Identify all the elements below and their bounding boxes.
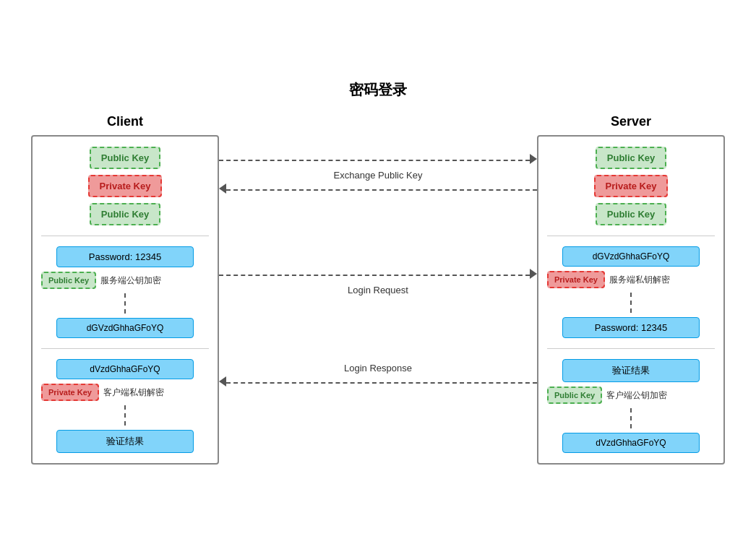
client-result-box: 验证结果 [56,430,194,453]
server-dashed-line-1 [630,293,632,313]
client-keys-group: Public Key Private Key Public Key [41,147,209,225]
client-public-key-2: Public Key [90,203,160,225]
client-encrypted-box: dGVzdGhhaGFoYQ [56,318,194,338]
server-password-box: Password: 12345 [562,317,700,338]
server-keys-group: Public Key Private Key Public Key [547,147,715,225]
server-label: Server [537,114,725,129]
login-request-label: Login Request [348,285,408,295]
login-request-row [219,269,537,282]
exchange-arrow-left-row [219,184,537,197]
server-private-key: Private Key [594,175,669,197]
server-dashed-line-2 [630,408,632,428]
client-public-key-encrypt: Public Key [41,272,96,289]
server-encrypt-row: Public Key 客户端公钥加密 [547,387,715,404]
exchange-arrow-right-row [219,154,537,167]
server-lower-2: 验证结果 Public Key 客户端公钥加密 dVzdGhhaGFoYQ [547,359,715,453]
exchange-arrowhead-right [530,154,537,167]
server-decrypt-row: Private Key 服务端私钥解密 [547,271,715,288]
server-cipher-box: dVzdGhhaGFoYQ [562,433,700,453]
server-column: Server Public Key Private Key Public Key… [537,114,725,465]
client-divider-2 [41,348,209,349]
server-private-key-decrypt: Private Key [547,271,605,288]
client-encrypt-row: Public Key 服务端公钥加密 [41,272,209,289]
login-request-line [219,275,530,276]
main-layout: Client Public Key Private Key Public Key… [31,114,725,465]
client-lower-1: Password: 12345 Public Key 服务端公钥加密 dGVzd… [41,246,209,338]
server-result-box: 验证结果 [562,359,700,382]
server-public-key-2: Public Key [596,203,666,225]
client-decrypt-label: 客户端私钥解密 [103,384,164,399]
client-lower-2: dVzdGhhaGFoYQ Private Key 客户端私钥解密 验证结果 [41,359,209,453]
server-public-key-encrypt: Public Key [547,387,602,404]
server-divider-2 [547,348,715,349]
client-dashed-line-2 [124,405,126,426]
client-dashed-line-1 [124,293,126,314]
login-response-line [226,382,537,384]
client-encrypt-label: 服务端公钥加密 [100,272,161,287]
client-divider-1 [41,236,209,236]
client-password-box: Password: 12345 [56,246,194,267]
server-panel: Public Key Private Key Public Key dGVzdG… [537,135,725,465]
server-divider-1 [547,236,715,236]
server-lower-1: dGVzdGhhaGFoYQ Private Key 服务端私钥解密 Passw… [547,246,715,338]
client-label: Client [31,114,219,129]
server-public-key-1: Public Key [596,147,666,169]
login-response-label: Login Response [344,363,412,374]
client-public-key-1: Public Key [90,147,160,169]
middle-column: Exchange Public Key Login Request Login … [219,114,537,465]
login-response-arrowhead [219,376,226,389]
exchange-arrowhead-left [219,184,226,197]
client-cipher-box: dVzdGhhaGFoYQ [56,359,194,379]
login-request-arrowhead [530,269,537,282]
exchange-label: Exchange Public Key [334,170,423,181]
login-response-arrow-block: Login Response [219,360,537,389]
client-panel: Public Key Private Key Public Key Passwo… [31,135,219,465]
exchange-arrow-block: Exchange Public Key [219,154,537,197]
server-encrypt-label: 客户端公钥加密 [606,387,667,402]
server-encrypted-box: dGVzdGhhaGFoYQ [562,246,700,267]
exchange-line-left [226,189,537,191]
server-decrypt-label: 服务端私钥解密 [609,271,670,286]
page-title: 密码登录 [31,80,725,100]
client-decrypt-row: Private Key 客户端私钥解密 [41,384,209,401]
diagram-container: 密码登录 Client Public Key Private Key Publi… [31,80,725,465]
login-response-row [219,376,537,389]
client-column: Client Public Key Private Key Public Key… [31,114,219,465]
client-private-key-decrypt: Private Key [41,384,99,401]
exchange-line-right [219,160,530,161]
login-request-arrow-block: Login Request [219,269,537,298]
client-private-key: Private Key [88,175,163,197]
